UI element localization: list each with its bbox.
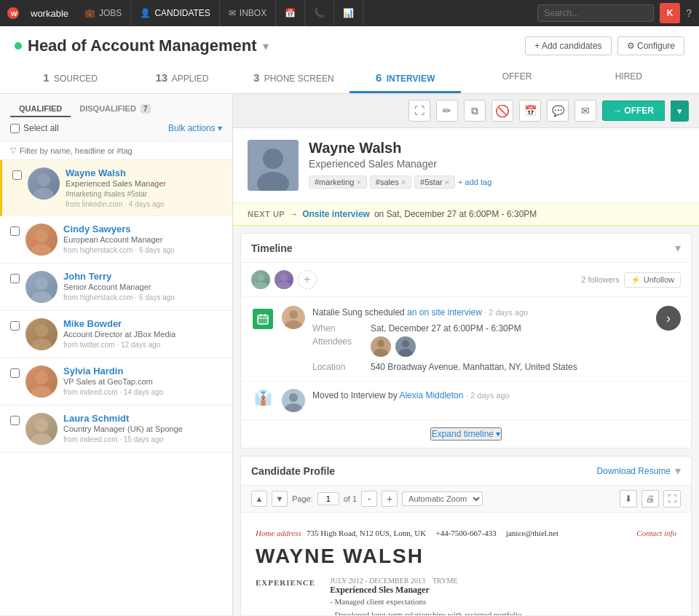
- candidate-item[interactable]: John Terry Senior Account Manager from h…: [0, 264, 232, 311]
- tab-hired[interactable]: HIRED: [573, 64, 684, 93]
- pdf-prev-button[interactable]: ▲: [251, 491, 267, 507]
- nav-arrow-col: ›: [656, 306, 681, 331]
- candidate-item[interactable]: Mike Bowder Account Director at JBox Med…: [0, 311, 232, 358]
- resume-address-value: 735 High Road, N12 0US, Lonn, UK: [307, 529, 426, 537]
- copy-icon[interactable]: ⧉: [464, 100, 486, 122]
- select-all-label[interactable]: Select all: [10, 123, 59, 133]
- next-up-banner: NEXT UP → Onsite interview on Sat, Decem…: [233, 203, 699, 226]
- tag-remove-icon[interactable]: ×: [356, 178, 360, 186]
- profile-toggle-icon[interactable]: ▾: [675, 464, 681, 478]
- edit-icon[interactable]: ✏: [436, 100, 458, 122]
- candidate-item[interactable]: Sylvia Hardin VP Sales at GeoTap.com fro…: [0, 358, 232, 406]
- tab-phone-screen[interactable]: 3 PHONE SCREEN: [238, 64, 350, 93]
- calendar-icon[interactable]: 📅: [519, 100, 541, 122]
- avatar: [25, 366, 58, 398]
- next-up-event-link[interactable]: Onsite interview: [302, 209, 370, 219]
- svg-point-19: [280, 274, 288, 281]
- timeline-event-link[interactable]: an on site interview: [407, 307, 482, 317]
- candidate-item[interactable]: Laura Schmidt Country Manager (UK) at Sp…: [0, 406, 232, 453]
- download-resume-button[interactable]: Download Resume: [597, 466, 671, 476]
- timeline-title: Timeline: [251, 242, 293, 254]
- avatar: [25, 318, 58, 350]
- candidate-checkbox[interactable]: [10, 416, 20, 425]
- tab-offer[interactable]: OFFER: [461, 64, 572, 93]
- applied-label: APPLIED: [172, 74, 209, 84]
- nav-logo[interactable]: w workable: [7, 5, 68, 21]
- nav-avatar[interactable]: K: [660, 3, 680, 23]
- candidate-name: John Terry: [63, 271, 222, 282]
- email-icon[interactable]: ✉: [574, 100, 596, 122]
- nav-item-calendar[interactable]: 📅: [276, 0, 305, 26]
- candidate-item[interactable]: Wayne Walsh Experienced Sales Manager #m…: [0, 160, 232, 216]
- tag-sales[interactable]: #sales ×: [370, 175, 411, 189]
- tag-remove-icon[interactable]: ×: [445, 178, 449, 186]
- filter-input[interactable]: [20, 146, 222, 155]
- tag-5star[interactable]: #5star ×: [414, 175, 455, 189]
- resume-address-section: Home address 735 High Road, N12 0US, Lon…: [256, 527, 558, 539]
- candidate-checkbox[interactable]: [10, 368, 20, 378]
- tab-qualified[interactable]: QUALIFIED: [10, 101, 71, 117]
- timeline-entry-interview: Natalie Sung scheduled an on site interv…: [241, 297, 691, 382]
- nav-item-inbox[interactable]: ✉ INBOX: [220, 0, 276, 26]
- search-input[interactable]: [537, 4, 654, 22]
- offer-label: OFFER: [502, 71, 532, 82]
- title-dropdown-icon[interactable]: ▾: [263, 39, 269, 53]
- page-header: Head of Account Management ▾ + Add candi…: [0, 26, 699, 94]
- candidate-info: Sylvia Hardin VP Sales at GeoTap.com fro…: [63, 366, 222, 396]
- move-actor-link[interactable]: Alexia Middleton: [399, 390, 463, 400]
- pdf-page-input[interactable]: [317, 492, 339, 505]
- exp-bullets: - Managed client expectations - Develope…: [330, 596, 521, 615]
- svg-point-6: [35, 277, 48, 290]
- pdf-fullscreen-button[interactable]: ⛶: [663, 490, 681, 508]
- pdf-print-button[interactable]: 🖨: [641, 490, 659, 508]
- nav-item-phone[interactable]: 📞: [305, 0, 334, 26]
- svg-point-20: [277, 282, 291, 289]
- candidate-item[interactable]: Cindy Sawyers European Account Manager f…: [0, 216, 232, 264]
- bulk-actions-button[interactable]: Bulk actions ▾: [168, 123, 222, 133]
- tag-marketing[interactable]: #marketing ×: [309, 175, 367, 189]
- pdf-zoom-in-button[interactable]: +: [382, 491, 398, 507]
- candidate-checkbox[interactable]: [10, 274, 20, 283]
- tab-applied[interactable]: 13 APPLIED: [126, 64, 237, 93]
- configure-button[interactable]: ⚙ Configure: [617, 36, 684, 55]
- candidate-checkbox[interactable]: [10, 321, 20, 331]
- nav-item-jobs[interactable]: 💼 JOBS: [76, 0, 131, 26]
- sourced-label: SOURCED: [54, 74, 98, 84]
- pdf-zoom-select[interactable]: Automatic Zoom: [402, 491, 483, 506]
- expand-icon[interactable]: ⛶: [408, 100, 430, 122]
- candidate-checkbox[interactable]: [10, 226, 20, 236]
- stop-icon[interactable]: 🚫: [491, 100, 513, 122]
- nav-item-candidates[interactable]: 👤 CANDIDATES: [131, 0, 219, 26]
- add-tag-button[interactable]: + add tag: [458, 178, 491, 186]
- offer-dropdown-button[interactable]: ▾: [671, 100, 689, 122]
- next-entry-button[interactable]: ›: [656, 306, 681, 331]
- tab-disqualified[interactable]: DISQUALIFIED 7: [71, 101, 159, 117]
- add-candidates-button[interactable]: + Add candidates: [525, 36, 611, 55]
- tab-interview[interactable]: 6 INTERVIEW: [350, 64, 461, 93]
- tab-sourced[interactable]: 1 SOURCED: [15, 64, 126, 93]
- nav-candidates-label: CANDIDATES: [154, 8, 210, 18]
- select-all-row: Select all Bulk actions ▾: [10, 123, 222, 133]
- tag-remove-icon[interactable]: ×: [401, 178, 406, 186]
- nav-item-chart[interactable]: 📊: [334, 0, 363, 26]
- pdf-download-button[interactable]: ⬇: [620, 490, 637, 508]
- timeline-detail: When Sat, December 27 at 6:00PM - 6:30PM…: [312, 323, 643, 372]
- offer-button[interactable]: → OFFER: [602, 100, 665, 121]
- pdf-next-button[interactable]: ▼: [272, 491, 288, 507]
- timeline-header[interactable]: Timeline ▾: [241, 234, 691, 263]
- pdf-zoom-out-button[interactable]: -: [361, 491, 377, 507]
- select-all-checkbox[interactable]: [10, 124, 20, 133]
- expand-timeline-button[interactable]: Expand timeline ▾: [430, 427, 502, 441]
- candidate-title: Account Director at JBox Media: [63, 330, 222, 339]
- add-follower-button[interactable]: +: [298, 270, 317, 289]
- svg-text:w: w: [10, 9, 17, 17]
- candidate-checkbox[interactable]: [12, 170, 22, 180]
- comment-icon[interactable]: 💬: [547, 100, 569, 122]
- timeline-toggle-icon[interactable]: ▾: [675, 241, 681, 255]
- applied-count: 13: [155, 71, 167, 84]
- resume-name: WAYNE WALSH: [256, 545, 676, 568]
- help-icon[interactable]: ?: [686, 7, 692, 19]
- attendees-label: Attendees: [312, 336, 363, 347]
- unfollow-button[interactable]: ⚡ Unfollow: [624, 272, 681, 288]
- timeline-main-text: Natalie Sung scheduled an on site interv…: [312, 306, 643, 319]
